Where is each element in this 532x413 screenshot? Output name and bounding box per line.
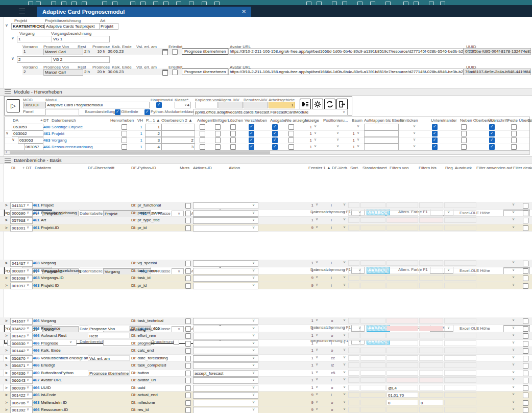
chevron-down-icon[interactable]: ∨ — [27, 268, 29, 272]
chevron-down-icon[interactable]: ∨ — [316, 326, 318, 330]
df-verh-select[interactable]: i — [331, 392, 339, 398]
aktion-select[interactable] — [193, 225, 258, 232]
chevron-down-icon[interactable]: ∨ — [336, 144, 339, 148]
muss-checkbox[interactable] — [185, 218, 191, 223]
fenster-select[interactable]: 1 — [306, 347, 313, 354]
task-row[interactable]: ∨1VG 1 — [0, 36, 532, 42]
standardwert-cell[interactable] — [360, 210, 385, 216]
prognose-uebernehmen-button[interactable]: Prognose übernehmen — [182, 68, 228, 75]
dataitem-row[interactable]: >041607∨466VorgangDI: task_technical∨1∨o… — [0, 317, 532, 325]
reg-ausdruck-cell[interactable] — [444, 400, 476, 405]
oberbereich-field[interactable]: 2 — [161, 137, 195, 144]
toolbar-icon[interactable] — [332, 2, 337, 5]
chevron-down-icon[interactable]: ∨ — [316, 407, 318, 411]
chevron-down-icon[interactable]: ∨ — [343, 202, 346, 206]
toolbar-icon[interactable] — [189, 2, 194, 5]
df-verh-select[interactable]: o — [331, 317, 339, 324]
chevron-down-icon[interactable]: ∨ — [357, 137, 359, 142]
anzeige-select[interactable]: 1 — [305, 130, 312, 137]
dataitem-row[interactable]: >001098∨463Vorgangs-IDDI: task_id∨9∨i∨∨ — [0, 274, 532, 282]
chevron-down-icon[interactable]: ∨ — [512, 370, 515, 374]
chevron-down-icon[interactable]: ∨ — [512, 283, 515, 287]
muss-checkbox[interactable] — [185, 385, 191, 391]
chevron-down-icon[interactable]: ∨ — [343, 217, 346, 221]
close-icon[interactable]: ✕ — [242, 7, 246, 17]
muss-checkbox[interactable] — [185, 203, 191, 209]
dataitem-row[interactable]: >001392∨466Ressourcen-IDDI: res_id∨9∨o∨∨ — [0, 406, 532, 413]
module-list-button[interactable] — [300, 99, 311, 110]
aktion-select[interactable] — [193, 210, 258, 217]
filtern-bis-cell[interactable] — [419, 362, 443, 368]
expand-icon[interactable]: > — [5, 260, 9, 266]
df-verh-select[interactable]: o — [331, 399, 339, 406]
sort-cell[interactable] — [348, 355, 359, 361]
toolbar-icon[interactable] — [317, 2, 322, 5]
filter-deaktiviert-checkbox[interactable] — [523, 378, 528, 383]
df-verh-select[interactable]: i — [331, 224, 339, 231]
filtern-bis-cell[interactable] — [419, 202, 443, 208]
tree-collapse-icon[interactable]: ∨ — [11, 56, 14, 61]
reg-ausdruck-cell[interactable] — [444, 318, 476, 324]
untereinander-checkbox[interactable] — [432, 137, 438, 143]
toolbar-icon[interactable] — [429, 2, 434, 5]
chevron-down-icon[interactable]: ∨ — [512, 202, 515, 206]
chevron-down-icon[interactable]: ∨ — [252, 318, 255, 323]
chevron-down-icon[interactable]: ∨ — [252, 378, 255, 382]
chevron-down-icon[interactable]: ∨ — [336, 137, 339, 142]
fenster-select[interactable]: 9 — [306, 406, 313, 413]
chevron-down-icon[interactable]: ∨ — [343, 407, 346, 411]
filtern-von-cell[interactable] — [386, 362, 418, 368]
chevron-down-icon[interactable]: ∨ — [343, 210, 346, 214]
chevron-down-icon[interactable]: ∨ — [357, 131, 359, 135]
chevron-down-icon[interactable]: ∨ — [343, 370, 346, 374]
filtern-von-cell[interactable] — [386, 340, 418, 346]
ausgabe-checkbox[interactable] — [272, 131, 278, 136]
fenster-select[interactable]: 1 — [306, 370, 313, 376]
reg-ausdruck-cell[interactable] — [444, 355, 476, 361]
aktion-select[interactable] — [193, 340, 258, 347]
da-field[interactable]: 063057 — [24, 144, 43, 150]
filtern-bis-cell[interactable] — [419, 326, 443, 331]
filtern-von-cell[interactable] — [386, 407, 418, 412]
filtern-bis-cell[interactable] — [419, 377, 443, 383]
uuid-field[interactable]: 76ad8107-6e9e-2c4a-b548-4419f84105e1 — [464, 68, 531, 75]
feste-ueberschrift-checkbox[interactable] — [511, 131, 517, 136]
muss-checkbox[interactable] — [185, 326, 191, 332]
di-select[interactable]: 001422 — [10, 392, 33, 399]
filter-deaktiviert-checkbox[interactable] — [523, 318, 528, 324]
fenster-select[interactable]: 1 — [306, 260, 313, 266]
chevron-down-icon[interactable]: ∨ — [314, 131, 317, 135]
chevron-down-icon[interactable]: ∨ — [316, 225, 318, 229]
standardwert-cell[interactable] — [360, 348, 385, 353]
chevron-down-icon[interactable]: ∨ — [252, 268, 255, 272]
hervorheben-checkbox[interactable] — [122, 124, 127, 130]
filtern-von-cell[interactable] — [386, 210, 418, 216]
filtern-bis-cell[interactable] — [419, 348, 443, 353]
chevron-down-icon[interactable]: ∨ — [27, 326, 29, 330]
chevron-down-icon[interactable]: ∨ — [314, 137, 317, 142]
chevron-down-icon[interactable]: ∨ — [27, 393, 29, 397]
filtern-von-cell[interactable]: 0 — [386, 400, 418, 405]
chevron-down-icon[interactable]: ∨ — [343, 110, 345, 114]
expand-icon[interactable]: > — [5, 202, 9, 209]
datenbereich-row[interactable]: ∨063063463Vorgang1321∨∨1∨∨ — [5, 137, 529, 144]
chevron-down-icon[interactable]: ∨ — [512, 275, 515, 279]
chevron-down-icon[interactable]: ∨ — [512, 407, 515, 411]
chevron-down-icon[interactable]: ∨ — [336, 124, 339, 128]
chevron-down-icon[interactable]: ∨ — [316, 385, 318, 389]
chevron-down-icon[interactable]: ∨ — [252, 211, 255, 215]
chevron-down-icon[interactable]: ∨ — [343, 340, 346, 345]
filter-deaktiviert-checkbox[interactable] — [523, 276, 528, 281]
section-menu-icon[interactable] — [5, 89, 11, 94]
standardwert-cell[interactable] — [360, 217, 385, 223]
di-select[interactable]: 001098 — [10, 275, 33, 282]
tree-collapse-icon[interactable]: ∨ — [6, 131, 9, 135]
nie-anzeigen-checkbox[interactable] — [288, 124, 294, 130]
gear-button[interactable] — [312, 99, 323, 110]
section-menu-icon[interactable] — [5, 158, 11, 163]
toolbar-icon[interactable] — [357, 2, 362, 5]
chevron-down-icon[interactable]: ∨ — [512, 333, 515, 337]
standardwert-cell[interactable] — [360, 392, 385, 398]
anlegen-checkbox[interactable] — [200, 137, 205, 143]
filtern-bis-cell[interactable] — [419, 217, 443, 223]
